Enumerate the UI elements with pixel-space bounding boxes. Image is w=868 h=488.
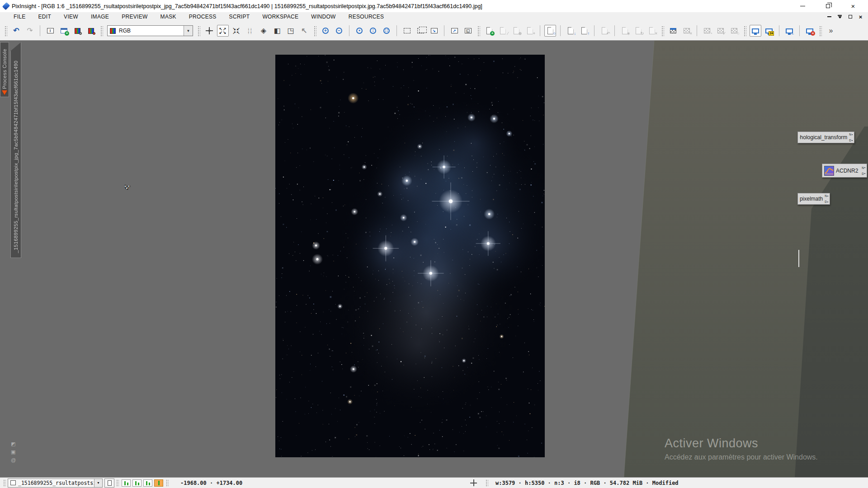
clipping-indicator[interactable] [154,479,163,487]
close-button[interactable]: × [850,3,856,9]
show-mask-icon[interactable] [667,25,679,37]
enable-mask-icon[interactable]: ✓ [715,25,726,37]
histogram-indicator-midtones[interactable] [132,479,142,487]
zoom-preview-icon[interactable]: ↗ [448,25,460,37]
corner-icon-1[interactable]: ◩ [11,441,16,446]
astro-image-canvas [275,55,545,457]
rgb-alpha-channel-icon[interactable] [85,25,97,37]
menu-item-file[interactable]: FILE [7,13,32,21]
iconized-image-label: _1516899255_rsultatpostsiriletpostpix_jp… [13,61,19,253]
redo-icon[interactable]: ↷ [24,25,36,37]
watermark-subtitle: Accédez aux paramètres pour activer Wind… [665,453,818,461]
chevron-down-icon[interactable]: ▼ [94,479,102,487]
zoom-fit-view-icon[interactable]: ∶ [367,25,379,37]
screen-disable-icon[interactable]: × [804,25,816,37]
view-thumbnail-button[interactable] [104,479,114,488]
rename-view-icon[interactable]: I [44,25,56,37]
chevron-down-icon[interactable]: ▼ [184,26,193,36]
iconized-image-tab[interactable]: _1516899255_rsultatpostsiriletpostpix_jp… [10,42,21,258]
new-preview-from-icon[interactable] [415,25,426,37]
toolbar-separator [40,25,40,36]
invert-half-icon[interactable]: ◧ [271,25,283,37]
toolbar-grip [819,25,822,36]
pan-mode-icon[interactable]: ◈ [258,25,269,37]
invert-mask-icon[interactable]: ◔ [701,25,713,37]
child-shade-button[interactable] [837,14,843,20]
load-image-icon[interactable]: ↑ [578,25,590,37]
fit-window-icon[interactable]: ↓↓↑↑ [244,25,256,37]
restore-button[interactable] [825,3,831,9]
add-image-icon[interactable]: + [524,25,536,37]
modify-preview-icon[interactable]: ↘ [428,25,440,37]
screen-24bit-lut-icon[interactable]: 24 [763,25,775,37]
channel-selector[interactable]: RGB▼ [107,25,193,36]
zoom-to-fit-icon[interactable]: ↖↗↙↘ [217,25,229,37]
edit-image-icon[interactable]: ∕ [497,25,509,37]
menu-item-resources[interactable]: RESOURCES [342,13,391,21]
toolbar-separator [779,25,779,36]
toolbar-grip [661,25,664,36]
zoom-in-icon[interactable]: + [320,25,331,37]
menu-item-preview[interactable]: PREVIEW [115,13,154,21]
histogram-indicator-highlights[interactable] [143,479,152,487]
histogram-indicator-shadows[interactable] [122,479,131,487]
screen-stf-icon[interactable] [750,25,761,37]
screen-transfer-icon[interactable]: ← [783,25,795,37]
select-view-icon[interactable]: ◳ [285,25,297,37]
crop-to-preview-icon[interactable]: ◱ [462,25,474,37]
child-window-controls: × [826,12,863,21]
save-image-icon[interactable]: ↓ [565,25,576,37]
minimize-button[interactable] [799,3,806,9]
menu-item-script[interactable]: SCRIPT [223,13,256,21]
view-selector[interactable]: _1516899255_rsultatpostsiriletp ▼ [8,479,103,488]
track-view-icon[interactable] [203,25,215,37]
zoom-optimal-icon[interactable]: ∷ [381,25,392,37]
image-settings-icon[interactable]: ∗ [619,25,631,37]
menu-item-view[interactable]: VIEW [57,13,85,21]
menu-item-edit[interactable]: EDIT [32,13,58,21]
image-view[interactable] [275,55,545,457]
status-bar: _1516899255_rsultatpostsiriletp ▼ -1968.… [0,477,868,488]
readout-preview-icon[interactable]: ○ [544,25,556,37]
undo-icon[interactable]: ↶ [10,25,22,37]
corner-icon-2[interactable]: ▣ [11,449,16,455]
menu-item-mask[interactable]: MASK [154,13,183,21]
new-window-icon[interactable]: + [58,25,70,37]
toolbar-grip [197,25,200,36]
child-maximize-button[interactable] [847,14,853,20]
child-close-button[interactable]: × [858,14,863,20]
toolbar-separator [614,25,615,36]
close-image-icon[interactable]: × [646,25,658,37]
image-history-icon[interactable]: ↻ [632,25,644,37]
pointer-icon[interactable]: ↖ [298,25,310,37]
workspace-corner-icons: ◩ ▣ @ [11,441,16,463]
child-minimize-button[interactable] [826,14,832,20]
menu-item-workspace[interactable]: WORKSPACE [256,13,305,21]
toolbar-separator [540,25,540,36]
new-image-icon[interactable]: + [483,25,495,37]
corner-icon-3[interactable]: @ [11,457,16,463]
toolbar-separator [697,25,697,36]
menu-item-window[interactable]: WINDOW [305,13,342,21]
cursor-coordinates: -1968.00 · +1734.00 [180,480,242,486]
process-icon-morphological-transform[interactable]: morphological_transform N D [797,131,854,143]
revert-image-icon[interactable]: ↶ [599,25,610,37]
zoom-out-icon[interactable]: − [333,25,345,37]
menu-item-image[interactable]: IMAGE [85,13,115,21]
toolbar-separator [560,25,561,36]
toolbar-separator [444,25,444,36]
new-preview-icon[interactable] [401,25,413,37]
remove-mask-icon[interactable]: × [681,25,693,37]
clone-image-icon[interactable]: ⊕ [510,25,522,37]
zoom-to-shrink-icon[interactable]: ↘↙↗↖ [231,25,242,37]
process-icon-pixelmath[interactable]: pixelmath N D [797,193,830,205]
toolbar-grip [4,25,7,36]
rgb-gray-channel-icon[interactable] [71,25,83,37]
process-console-tab[interactable]: Process Console [0,42,9,97]
toolbar-overflow-icon[interactable]: » [825,25,837,37]
process-icon-acdnr2[interactable]: ACDNR2 N D [822,164,867,178]
preview-mask-icon[interactable]: ○ [728,25,740,37]
zoom-1-1-icon[interactable]: • [354,25,365,37]
menu-item-process[interactable]: PROCESS [183,13,223,21]
window-title: PixInsight - [RGB 1:6 _1516899255_rsulta… [12,3,482,9]
